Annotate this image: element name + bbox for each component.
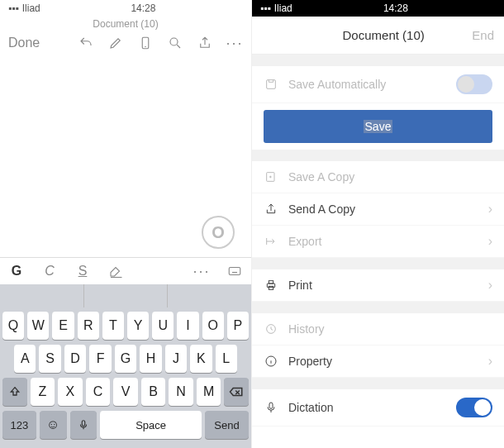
space-key[interactable]: Space bbox=[100, 411, 202, 439]
chevron-right-icon: › bbox=[488, 202, 492, 217]
chevron-right-icon: › bbox=[488, 234, 492, 249]
end-button[interactable]: End bbox=[472, 28, 494, 42]
save-button[interactable]: Save bbox=[264, 110, 492, 143]
print-row[interactable]: Print › bbox=[252, 269, 504, 302]
save-copy-icon bbox=[264, 169, 278, 184]
key-e[interactable]: E bbox=[52, 312, 74, 340]
svg-rect-19 bbox=[267, 284, 274, 288]
svg-rect-20 bbox=[269, 281, 273, 284]
key-z[interactable]: Z bbox=[31, 378, 55, 406]
clock: 14:28 bbox=[296, 2, 496, 14]
dictation-icon bbox=[264, 400, 278, 415]
key-x[interactable]: X bbox=[58, 378, 83, 406]
history-icon bbox=[264, 322, 278, 336]
more-format-icon[interactable]: ··· bbox=[193, 263, 210, 279]
phone-icon[interactable] bbox=[137, 35, 154, 51]
key-s[interactable]: S bbox=[39, 345, 60, 373]
property-row[interactable]: Property › bbox=[252, 346, 504, 378]
key-b[interactable]: B bbox=[141, 378, 166, 406]
keyboard-row-3: Z X C V B N M bbox=[2, 378, 249, 406]
key-t[interactable]: T bbox=[102, 312, 124, 340]
format-toolbar: G C S ··· bbox=[0, 257, 251, 284]
key-y[interactable]: Y bbox=[127, 312, 149, 340]
keyboard: Q W E R T Y U I O P A S D F G H J K L Z … bbox=[0, 307, 251, 448]
save-copy-label: Save A Copy bbox=[288, 170, 492, 183]
menu-panel: ▪▪▪ Iliad 14:28 Document (10) End Save A… bbox=[252, 0, 504, 448]
key-v[interactable]: V bbox=[113, 378, 138, 406]
key-g[interactable]: G bbox=[115, 345, 136, 373]
editor-toolbar: Done ··· bbox=[0, 31, 251, 58]
status-bar: ▪▪▪ Iliad 14:28 bbox=[0, 0, 251, 17]
done-button[interactable]: Done bbox=[8, 36, 40, 50]
key-l[interactable]: L bbox=[216, 345, 237, 373]
property-label: Property bbox=[288, 355, 478, 368]
key-a[interactable]: A bbox=[14, 345, 36, 373]
keyboard-row-4: 123 ☺ Space Send bbox=[2, 411, 249, 439]
italic-button[interactable]: C bbox=[41, 264, 58, 279]
key-h[interactable]: H bbox=[140, 345, 161, 373]
suggestion-bar[interactable] bbox=[0, 284, 251, 307]
property-icon bbox=[264, 354, 278, 369]
underline-button[interactable]: S bbox=[74, 264, 91, 279]
dictation-row[interactable]: Dictation bbox=[252, 389, 504, 427]
key-p[interactable]: P bbox=[227, 312, 249, 340]
signal-icon: ▪▪▪ bbox=[8, 2, 19, 14]
key-f[interactable]: F bbox=[89, 345, 111, 373]
key-j[interactable]: J bbox=[165, 345, 187, 373]
editor-panel: ▪▪▪ Iliad 14:28 Document (10) Done ··· O… bbox=[0, 0, 252, 448]
dictation-toggle[interactable] bbox=[456, 398, 492, 417]
svg-line-5 bbox=[177, 45, 180, 48]
undo-icon[interactable] bbox=[78, 35, 94, 51]
save-auto-icon bbox=[264, 77, 278, 92]
backspace-key[interactable] bbox=[224, 378, 249, 406]
key-n[interactable]: N bbox=[169, 378, 193, 406]
key-d[interactable]: D bbox=[64, 345, 86, 373]
key-w[interactable]: W bbox=[27, 312, 49, 340]
watermark-icon: O bbox=[202, 216, 235, 249]
history-row[interactable]: History bbox=[252, 313, 504, 346]
pencil-icon[interactable] bbox=[107, 35, 124, 51]
svg-rect-26 bbox=[269, 403, 273, 408]
key-u[interactable]: U bbox=[152, 312, 174, 340]
sheet-header: Document (10) End bbox=[252, 17, 504, 55]
sheet-title: Document (10) bbox=[343, 28, 425, 42]
key-i[interactable]: I bbox=[177, 312, 198, 340]
svg-rect-21 bbox=[269, 286, 273, 289]
key-q[interactable]: Q bbox=[2, 312, 24, 340]
shift-key[interactable] bbox=[2, 378, 27, 406]
carrier-label: Iliad bbox=[22, 2, 40, 14]
save-auto-toggle[interactable] bbox=[456, 74, 492, 94]
carrier-label: Iliad bbox=[274, 2, 292, 14]
svg-rect-15 bbox=[267, 80, 276, 89]
save-auto-label: Save Automatically bbox=[288, 78, 446, 91]
send-copy-label: Send A Copy bbox=[288, 203, 478, 216]
send-key[interactable]: Send bbox=[205, 411, 249, 439]
keyboard-row-1: Q W E R T Y U I O P bbox=[2, 312, 249, 340]
export-row[interactable]: Export › bbox=[252, 226, 504, 258]
send-copy-row[interactable]: Send A Copy › bbox=[252, 193, 504, 226]
key-r[interactable]: R bbox=[78, 312, 99, 340]
key-c[interactable]: C bbox=[86, 378, 111, 406]
search-icon[interactable] bbox=[167, 35, 183, 51]
dictation-label: Dictation bbox=[288, 401, 446, 414]
share-icon[interactable] bbox=[197, 35, 213, 51]
highlight-icon[interactable] bbox=[107, 263, 124, 279]
more-icon[interactable]: ··· bbox=[226, 35, 243, 51]
status-bar-right: ▪▪▪ Iliad 14:28 bbox=[252, 0, 504, 17]
editor-area[interactable]: O bbox=[0, 58, 251, 257]
svg-point-4 bbox=[170, 38, 178, 45]
bold-button[interactable]: G bbox=[8, 264, 25, 279]
svg-rect-7 bbox=[229, 268, 240, 275]
send-copy-icon bbox=[264, 202, 278, 217]
save-copy-row[interactable]: Save A Copy bbox=[252, 161, 504, 193]
key-m[interactable]: M bbox=[197, 378, 221, 406]
emoji-key[interactable]: ☺ bbox=[40, 411, 67, 439]
key-k[interactable]: K bbox=[190, 345, 212, 373]
key-o[interactable]: O bbox=[202, 312, 224, 340]
numeric-key[interactable]: 123 bbox=[2, 411, 36, 439]
save-automatically-row[interactable]: Save Automatically bbox=[252, 66, 504, 103]
mic-key[interactable] bbox=[70, 411, 97, 439]
keyboard-row-2: A S D F G H J K L bbox=[2, 345, 249, 373]
keyboard-toggle-icon[interactable] bbox=[226, 263, 243, 279]
chevron-right-icon: › bbox=[488, 354, 492, 369]
